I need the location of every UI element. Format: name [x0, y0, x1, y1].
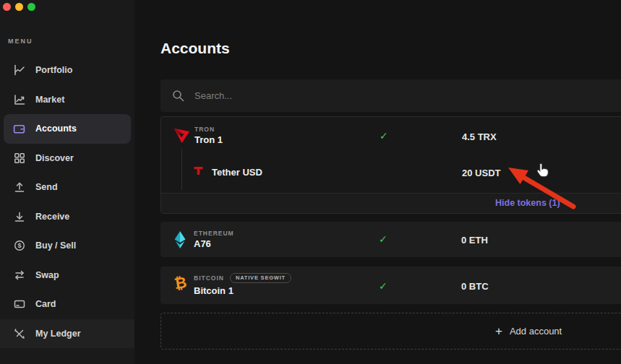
sidebar-item-label: Portfolio [35, 65, 72, 75]
search-bar [160, 79, 621, 112]
sidebar-item-label: My Ledger [35, 329, 81, 339]
arrow-down-icon [13, 210, 25, 222]
sidebar-item-label: Receive [35, 212, 69, 222]
tools-icon [13, 327, 25, 339]
credit-card-icon [13, 298, 25, 311]
sidebar-item-swap[interactable]: Swap [0, 261, 134, 290]
hide-tokens-link[interactable]: Hide tokens (1) [495, 198, 571, 208]
account-name: A76 [194, 238, 234, 249]
sidebar-item-label: Buy / Sell [35, 240, 76, 251]
search-input[interactable] [193, 90, 482, 102]
account-balance: 4.5 TRX [462, 131, 497, 142]
page-title: Accounts [160, 40, 230, 57]
sync-check-icon: ✓ [380, 130, 388, 142]
token-balance: 20 USDT [462, 168, 500, 178]
ethereum-icon [174, 230, 187, 252]
sidebar-item-label: Accounts [35, 124, 77, 134]
currency-label: ETHEREUM [194, 230, 234, 237]
account-name: Bitcoin 1 [194, 285, 291, 296]
sidebar-item-send[interactable]: Send [0, 173, 134, 202]
wallet-icon [13, 123, 25, 135]
currency-label: TRON [194, 126, 223, 133]
portfolio-chart-icon [13, 64, 25, 77]
grid-icon [13, 152, 25, 164]
tether-icon [193, 165, 204, 179]
sidebar-item-accounts[interactable]: Accounts [4, 114, 131, 144]
sync-check-icon: ✓ [379, 233, 387, 245]
native-segwit-badge: NATIVE SEGWIT [230, 273, 291, 283]
tron-icon [173, 126, 191, 147]
window-controls [3, 3, 35, 11]
token-connector-line [181, 149, 182, 191]
sidebar-item-portfolio[interactable]: Portfolio [0, 56, 134, 85]
sidebar-item-card[interactable]: Card [0, 290, 134, 319]
minimize-window-button[interactable] [15, 3, 23, 11]
sidebar-item-buy-sell[interactable]: $ Buy / Sell [0, 231, 134, 261]
sidebar-nav: Portfolio Market Accounts [0, 56, 134, 348]
app-window: MENU Portfolio Market [0, 0, 621, 364]
market-chart-icon [13, 93, 25, 105]
sidebar-item-discover[interactable]: Discover [0, 144, 134, 173]
sidebar: MENU Portfolio Market [0, 0, 134, 364]
sidebar-item-my-ledger[interactable]: My Ledger [0, 319, 134, 349]
bitcoin-icon: ₿ [174, 274, 187, 292]
svg-text:$: $ [17, 242, 21, 249]
plus-icon: + [495, 324, 502, 339]
sidebar-item-receive[interactable]: Receive [0, 202, 134, 232]
arrow-up-icon [13, 181, 25, 194]
sidebar-item-label: Send [35, 182, 58, 192]
account-row-tron[interactable]: TRON Tron 1 ✓ 4.5 TRX Tether USD 20 USDT… [160, 116, 621, 214]
sidebar-item-label: Card [35, 299, 56, 309]
account-row-ethereum[interactable]: ETHEREUM A76 ✓ 0 ETH [160, 222, 621, 257]
account-balance: 0 ETH [461, 235, 488, 246]
sync-check-icon: ✓ [379, 280, 387, 292]
chevron-up-icon [565, 201, 571, 205]
sidebar-item-label: Discover [35, 153, 74, 163]
dollar-circle-icon: $ [13, 240, 25, 252]
fullscreen-window-button[interactable] [27, 3, 35, 11]
sidebar-item-market[interactable]: Market [0, 85, 134, 115]
swap-arrows-icon [13, 269, 25, 281]
token-name: Tether USD [212, 167, 262, 178]
account-name: Tron 1 [194, 134, 223, 145]
token-footer: Hide tokens (1) [161, 193, 621, 213]
account-balance: 0 BTC [461, 281, 489, 292]
close-window-button[interactable] [3, 3, 11, 11]
add-account-label: Add account [510, 326, 562, 337]
add-account-button[interactable]: + Add account [160, 313, 621, 350]
currency-label: BITCOINNATIVE SEGWIT [194, 274, 291, 284]
sidebar-item-label: Swap [35, 270, 59, 280]
menu-section-label: MENU [8, 38, 33, 45]
sidebar-item-label: Market [35, 95, 64, 105]
account-row-bitcoin[interactable]: ₿ BITCOINNATIVE SEGWIT Bitcoin 1 ✓ 0 BTC [160, 266, 621, 304]
search-icon [172, 90, 184, 102]
